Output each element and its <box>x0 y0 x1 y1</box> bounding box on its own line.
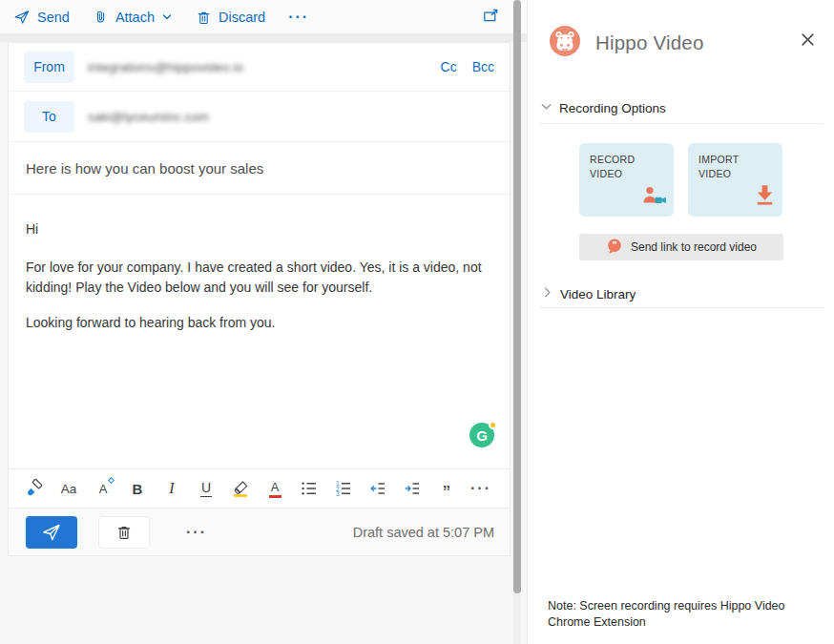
hippo-video-logo-icon <box>550 26 580 60</box>
compose-card: From integrations@hippovideo.io Cc Bcc T… <box>8 42 511 556</box>
extension-note: Note: Screen recording requires Hippo Vi… <box>548 598 785 631</box>
bold-icon[interactable]: B <box>125 475 150 502</box>
import-video-icon <box>754 182 776 210</box>
send-link-to-record-button[interactable]: ” Send link to record video <box>579 234 783 260</box>
paperclip-icon <box>93 9 109 26</box>
video-library-section-toggle[interactable]: Video Library <box>541 285 636 302</box>
chevron-right-icon <box>541 285 553 302</box>
record-video-label: RECORD VIDEO <box>590 153 674 181</box>
record-video-card[interactable]: RECORD VIDEO <box>579 143 674 217</box>
italic-icon[interactable]: I <box>159 475 184 502</box>
toolbar-more-button[interactable]: ··· <box>288 9 309 26</box>
record-video-icon <box>641 184 667 210</box>
to-row: To saki@lyceuminc.com <box>9 92 510 142</box>
panel-header: Hippo Video <box>550 26 704 60</box>
cc-link[interactable]: Cc <box>441 59 457 74</box>
bullet-list-icon[interactable] <box>297 475 322 502</box>
hippo-video-panel: Hippo Video Recording Options RECORD VID… <box>527 0 834 644</box>
compose-region: Send Attach Discard ··· <box>0 0 527 644</box>
body-greeting: Hi <box>26 219 492 239</box>
import-video-label: IMPORT VIDEO <box>698 153 782 181</box>
font-size-icon[interactable]: A <box>91 475 115 502</box>
font-name-icon[interactable]: Aa <box>56 475 81 502</box>
section-divider <box>540 307 824 308</box>
bcc-link[interactable]: Bcc <box>472 59 494 74</box>
grammarly-button[interactable]: G <box>469 423 494 447</box>
send-label: Send <box>37 10 70 25</box>
compose-toolbar: Send Attach Discard ··· <box>0 0 527 33</box>
format-painter-icon[interactable] <box>22 475 47 502</box>
body-paragraph: For love for your company. I have create… <box>26 258 492 298</box>
discard-label: Discard <box>219 10 265 25</box>
recording-options-cards: RECORD VIDEO IMPORT VIDEO <box>579 143 782 217</box>
from-address[interactable]: integrations@hippovideo.io <box>88 60 243 74</box>
send-menu-button[interactable]: Send <box>13 9 70 26</box>
trash-icon <box>196 9 212 26</box>
discard-draft-button[interactable] <box>98 516 150 549</box>
outlook-compose-with-hippo-video: Send Attach Discard ··· <box>0 0 834 644</box>
attach-label: Attach <box>115 10 155 25</box>
underline-icon[interactable]: U <box>194 475 219 502</box>
section-divider <box>540 123 824 124</box>
formatting-more-icon[interactable]: ··· <box>469 475 493 502</box>
panel-title: Hippo Video <box>595 31 704 54</box>
to-button[interactable]: To <box>24 101 74 133</box>
increase-indent-icon[interactable] <box>400 475 425 502</box>
message-body[interactable]: Hi For love for your company. I have cre… <box>9 195 510 468</box>
highlight-icon[interactable] <box>228 475 253 502</box>
open-in-new-window-button[interactable] <box>482 7 500 29</box>
scrollbar-thumb[interactable] <box>513 0 521 593</box>
video-library-label: Video Library <box>560 287 636 301</box>
body-closing: Looking forward to hearing back from you… <box>26 313 492 333</box>
import-video-card[interactable]: IMPORT VIDEO <box>688 143 782 217</box>
svg-text:3: 3 <box>336 490 340 497</box>
subject-field[interactable]: Here is how you can boost your sales <box>9 142 510 195</box>
chevron-down-icon <box>540 99 553 116</box>
draft-saved-status: Draft saved at 5:07 PM <box>353 525 498 540</box>
grammarly-status-dot <box>489 421 497 429</box>
send-link-label: Send link to record video <box>631 240 757 254</box>
from-button[interactable]: From <box>24 52 74 83</box>
numbered-list-icon[interactable]: 123 <box>331 475 356 502</box>
close-panel-button[interactable] <box>801 32 815 51</box>
toolbar-divider <box>0 33 527 42</box>
from-row: From integrations@hippovideo.io Cc Bcc <box>9 43 510 92</box>
send-plane-icon <box>13 9 31 26</box>
recording-options-section-toggle[interactable]: Recording Options <box>540 99 666 116</box>
to-address[interactable]: saki@lyceuminc.com <box>88 110 209 124</box>
attach-button[interactable]: Attach <box>93 9 173 26</box>
vertical-scrollbar[interactable] <box>513 0 521 644</box>
recording-options-label: Recording Options <box>559 101 666 115</box>
footer-more-button[interactable]: ··· <box>186 524 207 541</box>
send-button[interactable] <box>26 516 77 549</box>
grammarly-icon: G <box>476 426 488 446</box>
formatting-toolbar: Aa A B I U A 123 <box>9 468 510 508</box>
svg-text:”: ” <box>612 239 617 250</box>
discard-button[interactable]: Discard <box>196 9 265 26</box>
font-color-icon[interactable]: A <box>262 475 287 502</box>
speech-bubble-icon: ” <box>606 238 623 258</box>
decrease-indent-icon[interactable] <box>365 475 390 502</box>
chevron-down-icon <box>161 11 173 23</box>
compose-footer: ··· Draft saved at 5:07 PM <box>9 508 510 555</box>
more-horizontal-icon: ··· <box>288 9 309 26</box>
blockquote-icon[interactable]: ” <box>434 475 459 502</box>
